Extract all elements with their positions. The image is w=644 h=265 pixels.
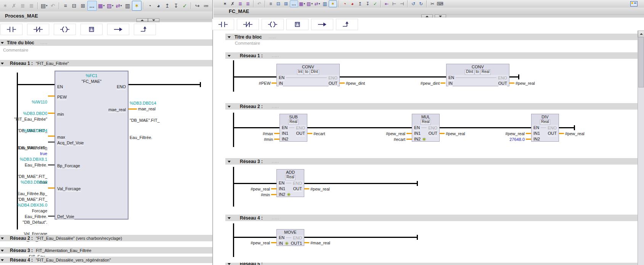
left-splitter-down-button[interactable] <box>148 18 159 22</box>
pin-en[interactable]: EN <box>279 181 284 186</box>
insert-input-star-icon[interactable]: ✳ <box>287 192 291 197</box>
download-to-device-icon[interactable]: ↧ <box>364 1 371 7</box>
update-block-calls-icon[interactable]: ⇄▾ <box>313 1 321 7</box>
pin-en[interactable]: EN <box>448 75 454 81</box>
close-all-networks-icon[interactable]: ⊞ <box>79 1 87 10</box>
reset-start-values-icon[interactable]: ↶ <box>48 1 57 10</box>
collapse-triangle-icon[interactable] <box>228 36 231 38</box>
conv-from-type[interactable]: DInt <box>465 69 474 75</box>
pin-in1[interactable]: IN1 <box>279 186 285 192</box>
favorites-icon[interactable]: ✶ <box>132 1 141 11</box>
pin-eno[interactable]: ENO <box>117 84 126 90</box>
dropdown-caret-icon[interactable]: ▾ <box>304 2 305 5</box>
dropdown-caret-icon[interactable]: ▾ <box>120 4 122 7</box>
conv-int-dint-block[interactable]: CONV Int to DInt ENENO INOUT <box>276 64 340 86</box>
collapse-triangle-icon[interactable] <box>1 63 4 65</box>
nc-contact-icon[interactable] <box>237 19 259 30</box>
dropdown-caret-icon[interactable]: ▾ <box>103 4 105 7</box>
tag-information-icon[interactable]: ▨▾ <box>106 1 114 10</box>
pin-mae-real[interactable]: mae_real <box>108 107 126 113</box>
collapse-triangle-icon[interactable] <box>1 238 4 239</box>
operand-pew-real-out[interactable]: #pew_real <box>565 131 592 137</box>
sub-real-block[interactable]: SUB Real ENENO IN1OUT IN2 <box>279 114 307 142</box>
indent-icon[interactable]: ⊣ <box>398 1 406 7</box>
pin-eno[interactable]: ENO <box>548 126 557 130</box>
pin-out[interactable]: OUT <box>293 186 302 192</box>
conv-to-type[interactable]: Real <box>480 69 491 75</box>
insert-network-before-icon[interactable]: ≣ <box>236 1 244 7</box>
pin-max[interactable]: max <box>57 134 65 140</box>
empty-box-icon[interactable]: ?? <box>80 24 103 35</box>
operand-pew-real-in[interactable]: #pew_real <box>244 240 270 246</box>
pin-in2[interactable]: IN2 <box>279 192 285 197</box>
pin-val-forcage[interactable]: Val_Forcage <box>57 186 81 192</box>
pin-in[interactable]: IN <box>448 81 453 86</box>
close-branch-icon[interactable] <box>134 24 156 35</box>
left-block-comment[interactable]: Commentaire <box>3 48 28 52</box>
go-online-icon[interactable]: ◔ <box>145 1 154 10</box>
pin-def-voie[interactable]: Def_Voie <box>57 214 74 220</box>
pin-in2[interactable]: IN2 <box>282 137 288 142</box>
close-branch-icon[interactable] <box>336 19 358 30</box>
cut-icon[interactable]: ✂ <box>429 1 436 7</box>
pin-out[interactable]: OUT <box>329 81 337 86</box>
pin-in[interactable]: IN <box>279 241 283 246</box>
coil-icon[interactable] <box>54 24 76 35</box>
pin-en[interactable]: EN <box>57 84 63 90</box>
network-overview-icon[interactable]: ≡ <box>61 1 70 10</box>
block-interface-icon[interactable]: ≔ <box>202 1 210 10</box>
operand-pew-real-in1[interactable]: #pew_real <box>244 186 270 192</box>
insert-network-before-icon[interactable]: ≣ <box>18 1 27 10</box>
left-splitter-up-button[interactable] <box>137 18 148 22</box>
right-block-comment[interactable]: Commentaire <box>235 41 260 45</box>
pin-out[interactable]: OUT <box>548 131 557 136</box>
pin-eno[interactable]: ENO <box>296 126 305 130</box>
compile-icon[interactable]: ✓ <box>371 1 379 7</box>
nc-contact-icon[interactable] <box>27 24 49 35</box>
network-comments-icon[interactable]: … <box>87 1 97 11</box>
operand-def-voie[interactable]: %DB4.DBX36.0 "DB_Défaut". MAE_Def_Voie. … <box>3 191 47 265</box>
collapse-triangle-icon[interactable] <box>228 161 231 163</box>
close-all-networks-icon[interactable]: ⊞ <box>282 1 290 7</box>
reset-start-values-icon[interactable]: ↶ <box>255 1 263 7</box>
operand-mae-real[interactable]: %DB3.DBD14 "DB_MAE".FIT_ Eau_Filtrée. <box>130 89 179 152</box>
open-all-networks-icon[interactable]: ⊟ <box>275 1 282 7</box>
virtual-keyboard-icon[interactable] <box>630 1 638 6</box>
scrollbar-thumb[interactable] <box>638 37 644 87</box>
pin-in1[interactable]: IN1 <box>414 131 421 136</box>
operand-pew-real-out[interactable]: #pew_real <box>446 131 472 137</box>
insert-row-icon[interactable]: ✶ <box>1 1 10 10</box>
open-branch-icon[interactable] <box>311 19 333 30</box>
collapse-triangle-icon[interactable] <box>228 217 231 219</box>
insert-row-icon[interactable]: ✶ <box>221 1 229 7</box>
pin-in2[interactable]: IN2 <box>533 137 540 142</box>
operand-max[interactable]: #max <box>247 131 273 137</box>
operand-pew-real-out[interactable]: #pew_real <box>310 186 337 192</box>
dropdown-caret-icon[interactable]: ▾ <box>112 4 114 7</box>
add-real-block[interactable]: ADD Real ENENO IN1OUT IN2✳ <box>276 169 304 197</box>
pin-out[interactable]: OUT <box>429 131 437 136</box>
pin-in1[interactable]: IN1 <box>282 131 288 136</box>
operand-pew-real-out[interactable]: #pew_real <box>516 81 550 86</box>
pin-eno[interactable]: ENO <box>428 126 437 130</box>
delete-row-icon[interactable]: ✗ <box>229 1 236 7</box>
pin-en[interactable]: EN <box>279 235 284 241</box>
block-datatype[interactable]: Real <box>285 175 296 180</box>
collapse-triangle-icon[interactable] <box>228 263 231 265</box>
pin-eno[interactable]: ENO <box>328 76 337 80</box>
block-datatype[interactable]: Real <box>288 120 299 125</box>
redo-call-icon[interactable]: ↻ <box>417 1 425 7</box>
jump-to-network-icon[interactable]: ↪ <box>193 1 202 10</box>
empty-box-icon[interactable]: ?? <box>286 19 308 30</box>
operand-pew-in[interactable]: #PEW <box>244 81 271 86</box>
open-all-networks-icon[interactable]: ⊟ <box>70 1 79 10</box>
network-comments-icon[interactable]: … <box>290 0 298 7</box>
network-overview-icon[interactable]: ≡ <box>267 1 275 7</box>
operand-ecart-in2[interactable]: #ecart <box>379 137 405 142</box>
outdent-icon[interactable]: ⊢ <box>390 1 398 7</box>
pin-out1[interactable]: OUT1 <box>291 241 302 246</box>
insert-network-after-icon[interactable]: ≣ <box>244 1 252 7</box>
upload-from-device-icon[interactable]: ↥ <box>163 1 172 10</box>
dropdown-caret-icon[interactable]: ▾ <box>319 2 320 5</box>
pin-eno[interactable]: ENO <box>293 236 302 240</box>
